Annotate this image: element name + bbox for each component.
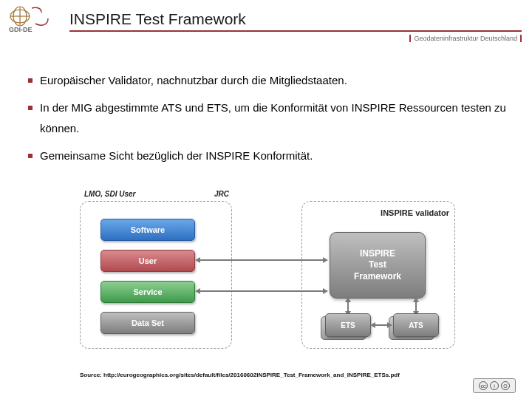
arrow-user-to-framework [200,259,323,261]
gdi-logo: GDI-DE [7,6,59,33]
bullet-item: In der MIG abgestimmte ATS und ETS, um d… [28,98,514,140]
source-citation: Source: http://eurogeographics.org/sites… [80,372,400,378]
validator-label: INSPIRE validator [316,208,449,217]
software-pill: Software [100,219,195,241]
cc-license-badge: cc i O [473,378,516,393]
title-bar: INSPIRE Test Framework [69,10,522,32]
architecture-diagram: LMO, SDI User JRC INSPIRE validator Soft… [80,192,457,358]
user-pill: User [100,250,195,272]
ets-box: ETS [325,313,371,337]
bullet-list: Europäischer Validator, nachnutzbar durc… [28,70,514,172]
service-pill: Service [100,281,195,303]
page-title: INSPIRE Test Framework [69,10,522,28]
ats-box: ATS [393,313,439,337]
cc-icon: cc [479,381,488,390]
nd-icon: O [501,381,510,390]
arrow-framework-to-ets [347,302,349,311]
tagline: Geodateninfrastruktur Deutschland [409,35,522,42]
arrow-ets-to-ats [375,324,387,326]
bullet-item: Europäischer Validator, nachnutzbar durc… [28,70,514,92]
bullet-item: Gemeinsame Sicht bezüglich der INSPIRE K… [28,146,514,167]
dataset-pill: Data Set [100,312,195,334]
arrow-service-to-framework [200,290,323,292]
by-icon: i [490,381,499,390]
arrow-framework-to-ats [415,302,417,311]
svg-text:GDI-DE: GDI-DE [9,26,33,33]
right-group-label: JRC [81,190,229,198]
title-underline [69,30,522,32]
framework-box: INSPIRE Test Framework [330,232,426,299]
